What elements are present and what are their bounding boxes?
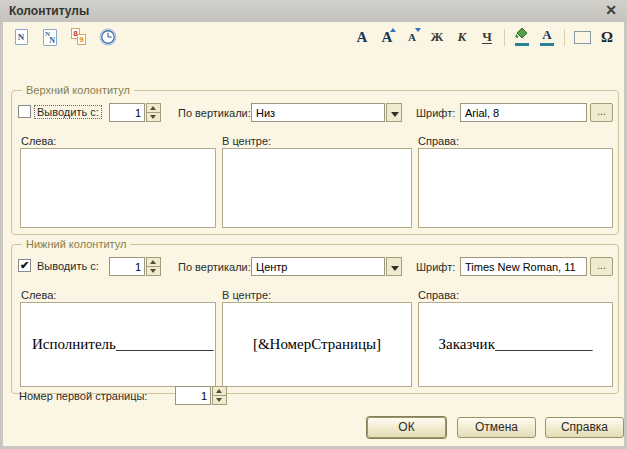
fill-color-icon[interactable]: [512, 27, 532, 47]
font-name-glyph: A: [357, 29, 368, 46]
bold-glyph: Ж: [431, 29, 444, 45]
header-page-spinner-buttons: [146, 103, 161, 122]
header-left-label: Слева:: [21, 135, 56, 147]
header-vertical-value[interactable]: Низ: [251, 103, 385, 122]
date-icon[interactable]: 8 9: [69, 27, 89, 47]
footer-vertical-dropdown[interactable]: Центр: [251, 257, 402, 276]
close-icon[interactable]: ✕: [605, 2, 617, 18]
dialog-window: Колонтитулы ✕ N N N 8 9: [0, 0, 627, 449]
footer-group: Нижний колонтитул ✔ Выводить с: 1 По вер…: [11, 244, 619, 394]
underline-glyph: Ч: [482, 31, 492, 44]
footer-center-textarea[interactable]: [&НомерСтраницы]: [222, 302, 412, 387]
text-color-bar: [540, 43, 554, 46]
header-vertical-dropdown[interactable]: Низ: [251, 103, 402, 122]
up-arrow-icon: [390, 28, 396, 32]
footer-font-field[interactable]: Times New Roman, 11: [460, 257, 587, 276]
title-bar: Колонтитулы ✕: [0, 0, 627, 22]
italic-glyph: К: [458, 29, 467, 45]
underline-icon[interactable]: Ч: [477, 27, 497, 47]
toolbar-left-group: N N N 8 9: [11, 27, 118, 47]
footer-left-textarea[interactable]: Исполнитель_____________: [20, 302, 216, 387]
header-group-title: Верхний колонтитул: [22, 84, 134, 96]
pages-count-icon[interactable]: N N: [40, 27, 60, 47]
bucket-glyph: [513, 27, 531, 40]
spinner-down-button[interactable]: [212, 395, 227, 405]
footer-vertical-value[interactable]: Центр: [251, 257, 385, 276]
bold-icon[interactable]: Ж: [427, 27, 447, 47]
spinner-up-button[interactable]: [146, 103, 161, 112]
cancel-button[interactable]: Отмена: [457, 417, 536, 438]
spinner-down-button[interactable]: [146, 266, 161, 276]
ok-button[interactable]: ОК: [367, 417, 446, 438]
font-name-icon[interactable]: A: [352, 27, 372, 47]
time-icon[interactable]: [98, 27, 118, 47]
footer-vertical-label: По вертикали:: [178, 261, 251, 273]
spinner-up-button[interactable]: [212, 386, 227, 395]
symbol-icon[interactable]: Ω: [597, 27, 617, 47]
footer-left-label: Слева:: [21, 289, 56, 301]
clock-glyph: [99, 28, 117, 46]
toolbar-right-group: A A A Ж К Ч: [352, 26, 617, 48]
picture-glyph: [574, 31, 591, 44]
text-color-icon[interactable]: A: [537, 27, 557, 47]
first-page-label: Номер первой страницы:: [19, 390, 147, 402]
page-number-glyph: N: [15, 29, 28, 45]
header-right-textarea[interactable]: [418, 148, 613, 228]
header-page-spinner-value[interactable]: 1: [109, 103, 145, 122]
header-group: Верхний колонтитул Выводить с: 1 По верт…: [11, 90, 619, 235]
pages-count-glyph: N N: [43, 29, 57, 46]
footer-group-title: Нижний колонтитул: [22, 238, 130, 250]
font-decrease-icon[interactable]: A: [402, 27, 422, 47]
fill-color-bar: [515, 43, 529, 46]
header-font-label: Шрифт:: [416, 107, 455, 119]
date-glyph: 8 9: [70, 28, 88, 46]
font-decrease-glyph: A: [408, 31, 416, 43]
italic-icon[interactable]: К: [452, 27, 472, 47]
help-button[interactable]: Справка: [545, 417, 624, 438]
font-increase-icon[interactable]: A: [377, 27, 397, 47]
checkmark-icon: ✔: [20, 260, 29, 271]
footer-right-label: Справа:: [418, 289, 459, 301]
footer-center-label: В центре:: [222, 289, 271, 301]
footer-show-checkbox[interactable]: ✔: [18, 259, 31, 272]
omega-glyph: Ω: [601, 29, 613, 46]
header-font-more-button[interactable]: ...: [590, 103, 613, 122]
window-title: Колонтитулы: [0, 4, 89, 18]
toolbar-separator: [564, 29, 565, 46]
footer-font-label: Шрифт:: [416, 261, 455, 273]
header-right-label: Справа:: [418, 135, 459, 147]
first-page-spinner-value[interactable]: 1: [175, 386, 211, 405]
footer-page-spinner: 1: [109, 257, 161, 276]
dropdown-arrow-button[interactable]: [386, 257, 402, 276]
header-center-label: В центре:: [222, 135, 271, 147]
header-show-label[interactable]: Выводить с:: [35, 106, 101, 118]
dialog-body: N N N 8 9: [3, 22, 624, 446]
footer-font-more-button[interactable]: ...: [590, 257, 613, 276]
header-font-field[interactable]: Arial, 8: [460, 103, 587, 122]
footer-page-spinner-value[interactable]: 1: [109, 257, 145, 276]
toolbar: N N N 8 9: [3, 22, 624, 52]
footer-page-spinner-buttons: [146, 257, 161, 276]
footer-right-textarea[interactable]: Заказчик_____________: [418, 302, 613, 387]
first-page-spinner: 1: [175, 386, 227, 405]
header-left-textarea[interactable]: [20, 148, 216, 228]
first-page-spinner-buttons: [212, 386, 227, 405]
dropdown-arrow-button[interactable]: [386, 103, 402, 122]
header-center-textarea[interactable]: [222, 148, 412, 228]
footer-show-label[interactable]: Выводить с:: [37, 260, 99, 272]
page-number-icon[interactable]: N: [11, 27, 31, 47]
spinner-down-button[interactable]: [146, 112, 161, 122]
header-page-spinner: 1: [109, 103, 161, 122]
picture-icon[interactable]: [572, 27, 592, 47]
down-arrow-icon: [415, 28, 421, 32]
text-color-glyph: A: [542, 27, 551, 43]
toolbar-separator: [504, 29, 505, 46]
header-show-checkbox[interactable]: [18, 105, 31, 118]
header-vertical-label: По вертикали:: [178, 107, 251, 119]
spinner-up-button[interactable]: [146, 257, 161, 266]
